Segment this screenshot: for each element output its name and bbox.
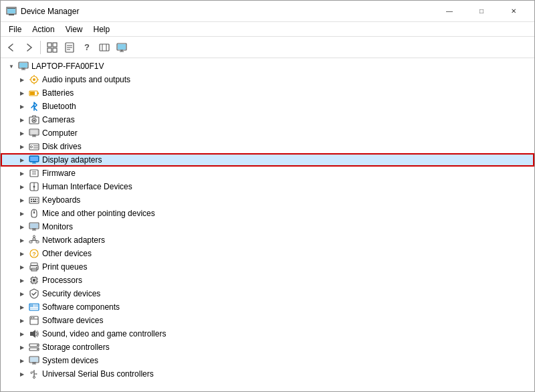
monitor-icon: [29, 221, 39, 232]
usb-icon: [29, 369, 39, 379]
tree-root-node[interactable]: ▼ LAPTOP-FFA00F1V: [1, 60, 534, 73]
expand-monitors[interactable]: ▶: [17, 221, 27, 232]
svg-rect-33: [30, 92, 35, 95]
computer-tree-icon: [29, 128, 39, 138]
forward-button[interactable]: [21, 39, 37, 56]
tree-usb[interactable]: ▶ Universal Serial Bus controllers: [1, 367, 534, 381]
help-button[interactable]: ?: [79, 39, 95, 56]
tree-other[interactable]: ▶ ? Other devices: [1, 247, 534, 260]
expand-network[interactable]: ▶: [17, 235, 27, 246]
expand-storage[interactable]: ▶: [17, 342, 27, 353]
properties-button[interactable]: [62, 39, 78, 56]
back-button[interactable]: [3, 39, 19, 56]
tree-hid[interactable]: ▶ Human Interface Devices: [1, 180, 534, 193]
tree-bluetooth[interactable]: ▶ Bluetooth: [1, 100, 534, 113]
tree-firmware[interactable]: ▶ Firmware: [1, 167, 534, 180]
monitors-label: Monitors: [42, 222, 73, 231]
expand-print[interactable]: ▶: [17, 262, 27, 272]
tree-mice[interactable]: ▶ Mice and other pointing devices: [1, 207, 534, 220]
audio-label: Audio inputs and outputs: [42, 75, 130, 84]
hid-label: Human Interface Devices: [42, 182, 132, 191]
tree-software-devices[interactable]: ▶ Software devices: [1, 314, 534, 327]
svg-point-57: [33, 186, 35, 188]
tree-batteries[interactable]: ▶ Batteries: [1, 86, 534, 100]
tree-cameras[interactable]: ▶ Cameras: [1, 113, 534, 126]
tree-processor[interactable]: ▶ Processors: [1, 274, 534, 287]
tree-storage[interactable]: ▶ Storage controllers: [1, 340, 534, 354]
firmware-label: Firmware: [42, 169, 76, 178]
tree-display[interactable]: ▶ Display adapters: [1, 153, 534, 167]
svg-point-36: [33, 120, 35, 122]
tree-print[interactable]: ▶ Print queues: [1, 260, 534, 274]
tree-system[interactable]: ▶ System devices: [1, 354, 534, 367]
firmware-icon: [29, 168, 39, 179]
scan-button[interactable]: [96, 39, 112, 56]
svg-point-44: [31, 146, 33, 148]
network-label: Network adapters: [42, 235, 105, 245]
expand-other[interactable]: ▶: [17, 248, 27, 259]
expand-mice[interactable]: ▶: [17, 208, 27, 219]
tree-computer[interactable]: ▶ Computer: [1, 126, 534, 140]
expand-display[interactable]: ▶: [17, 155, 27, 165]
svg-text:?: ?: [32, 251, 36, 258]
tree-monitors[interactable]: ▶ Monitors: [1, 220, 534, 233]
window-icon: [6, 6, 17, 17]
cameras-label: Cameras: [42, 115, 75, 124]
svg-rect-110: [30, 357, 38, 362]
network-icon: [29, 235, 39, 246]
close-button[interactable]: ✕: [498, 1, 529, 22]
expand-usb[interactable]: ▶: [17, 369, 27, 379]
menu-help[interactable]: Help: [88, 23, 116, 35]
svg-rect-82: [31, 263, 37, 266]
expand-bluetooth[interactable]: ▶: [17, 101, 27, 112]
expand-keyboards[interactable]: ▶: [17, 195, 27, 205]
sound-label: Sound, video and game controllers: [42, 329, 166, 338]
menu-action[interactable]: Action: [27, 23, 60, 35]
expand-firmware[interactable]: ▶: [17, 168, 27, 179]
svg-rect-69: [30, 223, 38, 228]
tree-security[interactable]: ▶ Security devices: [1, 287, 534, 300]
security-icon: [29, 288, 39, 299]
expand-sound[interactable]: ▶: [17, 328, 27, 339]
bluetooth-label: Bluetooth: [42, 102, 76, 111]
expand-batteries[interactable]: ▶: [17, 88, 27, 98]
root-label: LAPTOP-FFA00F1V: [31, 62, 104, 71]
monitor-button[interactable]: [114, 39, 130, 56]
menu-view[interactable]: View: [60, 23, 88, 35]
expand-system[interactable]: ▶: [17, 355, 27, 366]
keyboard-icon: [29, 195, 39, 205]
tree-software-components[interactable]: ▶ Software components: [1, 300, 534, 314]
show-hide-button[interactable]: [44, 39, 60, 56]
svg-point-108: [37, 349, 38, 350]
battery-icon: [29, 88, 39, 98]
svg-rect-104: [30, 332, 33, 336]
device-tree[interactable]: ▼ LAPTOP-FFA00F1V ▶: [1, 58, 534, 391]
svg-point-102: [31, 317, 33, 318]
expand-disk[interactable]: ▶: [17, 141, 27, 152]
expand-software-components[interactable]: ▶: [17, 302, 27, 312]
expand-hid[interactable]: ▶: [17, 181, 27, 192]
svg-rect-87: [33, 279, 35, 282]
print-label: Print queues: [42, 262, 87, 272]
menu-file[interactable]: File: [3, 23, 27, 35]
tree-keyboards[interactable]: ▶ Keyboards: [1, 193, 534, 207]
maximize-button[interactable]: □: [466, 1, 497, 22]
tree-audio[interactable]: ▶ Audio inputs and outputs: [1, 73, 534, 86]
expand-software-devices[interactable]: ▶: [17, 315, 27, 326]
expand-processor[interactable]: ▶: [17, 275, 27, 286]
expand-cameras[interactable]: ▶: [17, 114, 27, 125]
tree-disk[interactable]: ▶ Disk drives: [1, 140, 534, 153]
expand-root[interactable]: ▼: [6, 61, 17, 72]
svg-rect-60: [33, 199, 34, 200]
processor-icon: [29, 275, 39, 286]
minimize-button[interactable]: —: [434, 1, 465, 22]
tree-network[interactable]: ▶ Network adapters: [1, 233, 534, 247]
expand-security[interactable]: ▶: [17, 288, 27, 299]
expand-computer[interactable]: ▶: [17, 128, 27, 138]
svg-rect-12: [100, 44, 109, 51]
expand-audio[interactable]: ▶: [17, 74, 27, 85]
tree-sound[interactable]: ▶ Sound, video and game controllers: [1, 327, 534, 340]
svg-rect-63: [31, 201, 32, 202]
svg-point-103: [33, 317, 35, 318]
svg-rect-1: [9, 14, 14, 15]
